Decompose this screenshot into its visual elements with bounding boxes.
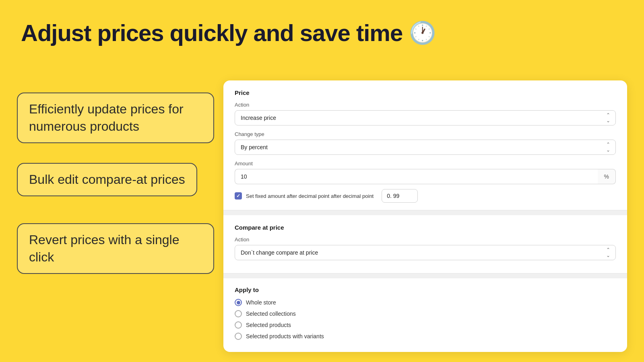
action-select-wrapper: Increase price ⌃⌄ [235,110,616,125]
decimal-checkbox[interactable] [235,192,242,200]
radio-selected-products[interactable] [235,321,242,329]
feature-box-2: Bulk edit compare-at prices [17,163,197,196]
decimal-checkbox-label: Set fixed amount after decimal point aft… [246,193,374,199]
feature-2-text: Bulk edit compare-at prices [29,172,185,187]
radio-label-selected-collections: Selected collections [246,311,296,317]
compare-section: Compare at price Action Don`t change com… [223,215,627,274]
feature-1-text: Efficiently update prices for numerous p… [29,102,184,134]
radio-label-selected-products: Selected products [246,322,291,328]
apply-option-3[interactable]: Selected products with variants [235,333,616,340]
compare-action-label: Action [235,237,616,243]
compare-action-select-wrapper: Don`t change compare at price ⌃⌄ [235,245,616,260]
amount-suffix: % [598,169,616,184]
radio-selected-products-variants[interactable] [235,333,242,340]
title-text: Adjust prices quickly and save time [21,19,402,46]
action-select[interactable]: Increase price [235,110,616,125]
amount-input[interactable] [235,169,598,184]
change-type-select[interactable]: By percent [235,140,616,155]
change-type-select-wrapper: By percent ⌃⌄ [235,140,616,155]
apply-option-0[interactable]: Whole store [235,299,616,306]
decimal-checkbox-row: Set fixed amount after decimal point aft… [235,189,616,203]
radio-label-selected-products-variants: Selected products with variants [246,333,324,339]
section-divider-1 [223,210,627,215]
feature-box-3: Revert prices with a single click [17,223,214,274]
radio-whole-store[interactable] [235,299,242,306]
apply-option-1[interactable]: Selected collections [235,310,616,317]
action-label: Action [235,102,616,108]
radio-inner-whole-store [237,301,240,304]
apply-option-2[interactable]: Selected products [235,321,616,329]
change-type-label: Change type [235,131,616,137]
compare-section-title: Compare at price [235,224,616,231]
amount-label: Amount [235,160,616,167]
page-title: Adjust prices quickly and save time 🕐 [21,19,436,46]
amount-row: % [235,169,616,184]
price-panel: Price Action Increase price ⌃⌄ Change ty… [223,80,627,352]
price-section-title: Price [235,89,616,96]
clock-icon: 🕐 [409,20,436,45]
radio-selected-collections[interactable] [235,310,242,317]
section-divider-2 [223,274,627,278]
apply-section: Apply to Whole store Selected collection… [223,278,627,352]
decimal-input[interactable] [382,189,418,203]
price-section: Price Action Increase price ⌃⌄ Change ty… [223,80,627,210]
radio-label-whole-store: Whole store [246,299,276,306]
apply-section-title: Apply to [235,286,616,293]
compare-action-select[interactable]: Don`t change compare at price [235,245,616,260]
feature-3-text: Revert prices with a single click [29,232,179,264]
feature-box-1: Efficiently update prices for numerous p… [17,93,214,143]
